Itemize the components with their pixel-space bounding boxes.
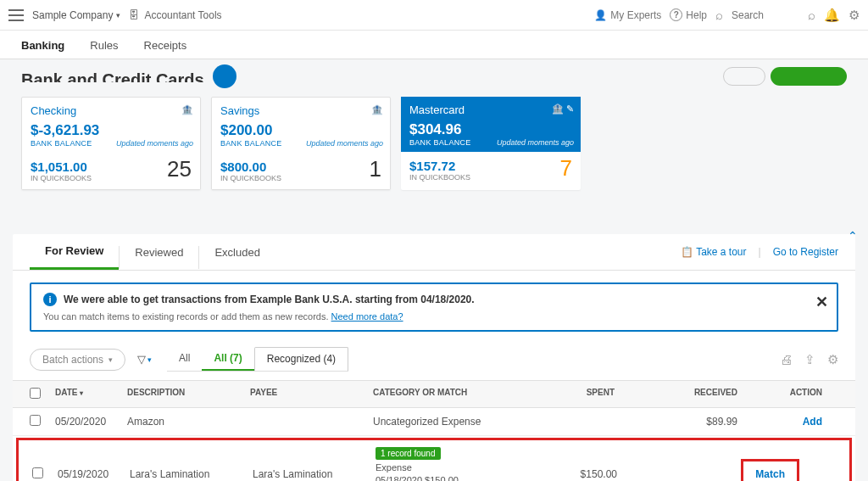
col-received: RECEIVED [615, 388, 737, 400]
account-card-savings[interactable]: 🏦 Savings $200.00 BANK BALANCE Updated m… [211, 97, 391, 190]
bell-icon[interactable]: 🔔 [824, 8, 840, 23]
secondary-action-button[interactable] [723, 67, 765, 86]
account-card-mastercard[interactable]: 🏦 ✎ Mastercard $304.96 BANK BALANCE Upda… [401, 97, 581, 190]
col-description: DESCRIPTION [127, 388, 250, 400]
gear-icon[interactable]: ⚙ [849, 8, 860, 23]
print-icon[interactable]: 🖨 [780, 352, 793, 367]
person-icon: 👤 [594, 9, 607, 21]
row-checkbox[interactable] [32, 467, 43, 478]
tab-reviewed[interactable]: Reviewed [119, 246, 198, 269]
col-category: CATEGORY OR MATCH [373, 388, 500, 400]
search-icon[interactable]: ⌕ [715, 8, 723, 22]
table-row[interactable]: 05/20/2020 Amazon Uncategorized Expense … [13, 408, 855, 436]
info-icon: i [43, 293, 57, 306]
search-icon-right[interactable]: ⌕ [808, 8, 815, 22]
tab-for-review[interactable]: For Review [30, 244, 119, 270]
company-switcher[interactable]: Sample Company▾ [32, 9, 120, 21]
title-chip [213, 64, 236, 88]
search-input[interactable] [732, 9, 799, 21]
my-experts-link[interactable]: 👤 My Experts [594, 9, 661, 21]
filter-all-count[interactable]: All (7) [202, 347, 253, 371]
transactions-table: DATE ▾ DESCRIPTION PAYEE CATEGORY OR MAT… [13, 380, 855, 481]
funnel-icon: ▽ [137, 353, 146, 366]
hamburger-menu[interactable] [8, 9, 24, 21]
briefcase-icon: 🗄 [129, 9, 139, 21]
help-link[interactable]: ? Help [670, 8, 707, 21]
col-spent: SPENT [500, 388, 615, 400]
help-icon: ? [670, 8, 682, 21]
take-tour-link[interactable]: 📋 Take a tour [681, 246, 747, 258]
review-count: 25 [167, 156, 192, 182]
export-icon[interactable]: ⇪ [804, 352, 815, 367]
add-action[interactable]: Add [803, 416, 822, 428]
primary-action-button[interactable] [771, 67, 847, 86]
filter-button[interactable]: ▽▾ [137, 353, 152, 366]
match-badge: 1 record found [376, 447, 441, 460]
tour-icon: 📋 [681, 246, 693, 258]
row-checkbox[interactable] [30, 415, 41, 426]
settings-icon[interactable]: ⚙ [827, 352, 838, 367]
tab-rules[interactable]: Rules [90, 39, 118, 59]
collapse-caret[interactable]: ⌃ [848, 229, 858, 243]
review-count: 7 [560, 155, 572, 182]
info-banner: i We were able to get transactions from … [30, 282, 838, 332]
go-to-register-link[interactable]: Go to Register [773, 246, 838, 258]
col-action: ACTION [737, 388, 822, 400]
filter-all[interactable]: All [167, 347, 202, 371]
match-action[interactable]: Match [741, 459, 799, 481]
col-date[interactable]: DATE ▾ [55, 388, 127, 400]
filter-recognized[interactable]: Recognized (4) [254, 347, 348, 371]
bank-icon: 🏦 [181, 104, 193, 115]
account-card-checking[interactable]: 🏦 Checking $-3,621.93 BANK BALANCE Updat… [21, 97, 201, 190]
tab-excluded[interactable]: Excluded [198, 246, 275, 269]
table-row-highlighted[interactable]: 05/19/2020 Lara's Lamination Lara's Lami… [16, 438, 852, 481]
select-all-checkbox[interactable] [30, 388, 41, 399]
review-count: 1 [370, 156, 381, 182]
tab-banking[interactable]: Banking [21, 39, 64, 59]
need-more-data-link[interactable]: Need more data? [331, 311, 403, 322]
tab-receipts[interactable]: Receipts [144, 39, 187, 59]
bank-icon: 🏦 ✎ [552, 103, 574, 115]
close-icon[interactable]: ✕ [815, 293, 828, 311]
accountant-tools[interactable]: 🗄 Accountant Tools [129, 9, 221, 21]
batch-actions-button[interactable]: Batch actions▾ [30, 349, 125, 371]
bank-icon: 🏦 [371, 104, 383, 115]
page-title: Bank and Credit Cards [21, 70, 204, 82]
col-payee: PAYEE [250, 388, 373, 400]
